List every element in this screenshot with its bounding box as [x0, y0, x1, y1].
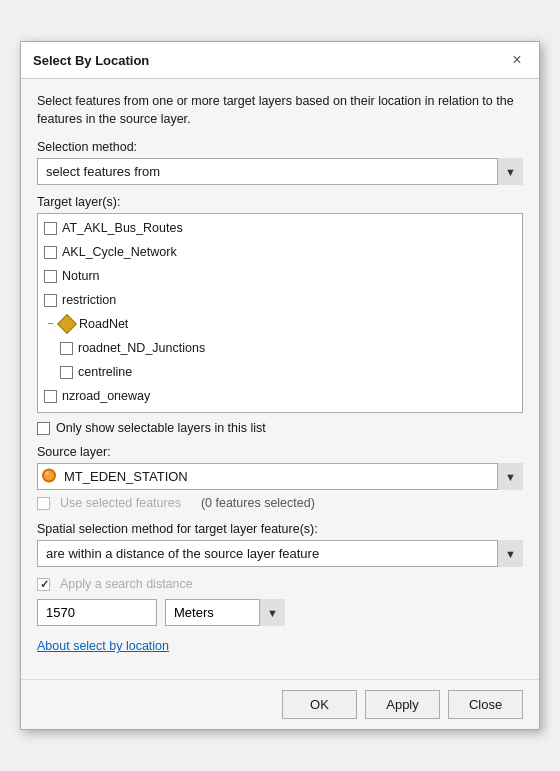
at-akl-checkbox[interactable] — [44, 222, 57, 235]
akl-cycle-label: AKL_Cycle_Network — [62, 242, 177, 262]
use-selected-checkbox — [37, 497, 50, 510]
noturn-checkbox[interactable] — [44, 270, 57, 283]
unit-dropdown-wrapper: Meters ▼ — [165, 599, 285, 626]
target-layers-label: Target layer(s): — [37, 195, 523, 209]
source-layer-label: Source layer: — [37, 445, 523, 459]
spatial-method-label: Spatial selection method for target laye… — [37, 522, 523, 536]
list-item[interactable]: AKL_Cycle_Network — [38, 240, 522, 264]
list-item[interactable]: Noturn — [38, 264, 522, 288]
selection-method-dropdown[interactable]: select features from — [37, 158, 523, 185]
features-count-text: (0 features selected) — [201, 496, 315, 510]
roadnet-label: RoadNet — [79, 314, 128, 334]
ok-button[interactable]: OK — [282, 690, 357, 719]
source-layer-wrapper: MT_EDEN_STATION ▼ — [37, 463, 523, 490]
about-link[interactable]: About select by location — [37, 639, 169, 653]
description-text: Select features from one or more target … — [37, 93, 523, 128]
dialog-close-button[interactable]: Close — [448, 690, 523, 719]
list-item[interactable]: MBs_AKL_2013 — [38, 408, 522, 413]
roadnet-nd-label: roadnet_ND_Junctions — [78, 338, 205, 358]
list-item[interactable]: centreline — [38, 360, 522, 384]
source-layer-dropdown[interactable]: MT_EDEN_STATION — [37, 463, 523, 490]
title-bar: Select By Location × — [21, 42, 539, 79]
apply-search-label: Apply a search distance — [60, 577, 193, 591]
selection-method-label: Selection method: — [37, 140, 523, 154]
centreline-checkbox[interactable] — [60, 366, 73, 379]
akl-cycle-checkbox[interactable] — [44, 246, 57, 259]
select-by-location-dialog: Select By Location × Select features fro… — [20, 41, 540, 730]
apply-search-checkbox — [37, 578, 50, 591]
list-item[interactable]: restriction — [38, 288, 522, 312]
list-item[interactable]: roadnet_ND_Junctions — [38, 336, 522, 360]
apply-button[interactable]: Apply — [365, 690, 440, 719]
roadnet-expand-icon[interactable]: − — [44, 317, 58, 331]
apply-search-distance-row: Apply a search distance — [37, 577, 523, 591]
target-layers-list[interactable]: AT_AKL_Bus_Routes AKL_Cycle_Network Notu… — [37, 213, 523, 413]
only-selectable-checkbox[interactable] — [37, 422, 50, 435]
search-distance-row: Meters ▼ — [37, 599, 523, 626]
nzroad-label: nzroad_oneway — [62, 386, 150, 406]
use-selected-row: Use selected features (0 features select… — [37, 496, 523, 510]
restriction-label: restriction — [62, 290, 116, 310]
centreline-label: centreline — [78, 362, 132, 382]
roadnet-nd-checkbox[interactable] — [60, 342, 73, 355]
list-item[interactable]: AT_AKL_Bus_Routes — [38, 216, 522, 240]
spatial-method-wrapper: are within a distance of the source laye… — [37, 540, 523, 567]
dialog-body: Select features from one or more target … — [21, 79, 539, 679]
use-selected-label: Use selected features — [60, 496, 181, 510]
search-distance-input[interactable] — [37, 599, 157, 626]
mbs-akl-label: MBs_AKL_2013 — [62, 410, 152, 413]
list-item[interactable]: − RoadNet — [38, 312, 522, 336]
list-item[interactable]: nzroad_oneway — [38, 384, 522, 408]
noturn-label: Noturn — [62, 266, 100, 286]
close-icon-button[interactable]: × — [507, 50, 527, 70]
at-akl-label: AT_AKL_Bus_Routes — [62, 218, 183, 238]
unit-dropdown[interactable]: Meters — [165, 599, 285, 626]
spatial-method-dropdown[interactable]: are within a distance of the source laye… — [37, 540, 523, 567]
only-selectable-row: Only show selectable layers in this list — [37, 421, 523, 435]
nzroad-checkbox[interactable] — [44, 390, 57, 403]
restriction-checkbox[interactable] — [44, 294, 57, 307]
dialog-footer: OK Apply Close — [21, 679, 539, 729]
dialog-title: Select By Location — [33, 53, 149, 68]
roadnet-group-icon — [57, 314, 77, 334]
selection-method-wrapper: select features from ▼ — [37, 158, 523, 185]
only-selectable-label: Only show selectable layers in this list — [56, 421, 266, 435]
